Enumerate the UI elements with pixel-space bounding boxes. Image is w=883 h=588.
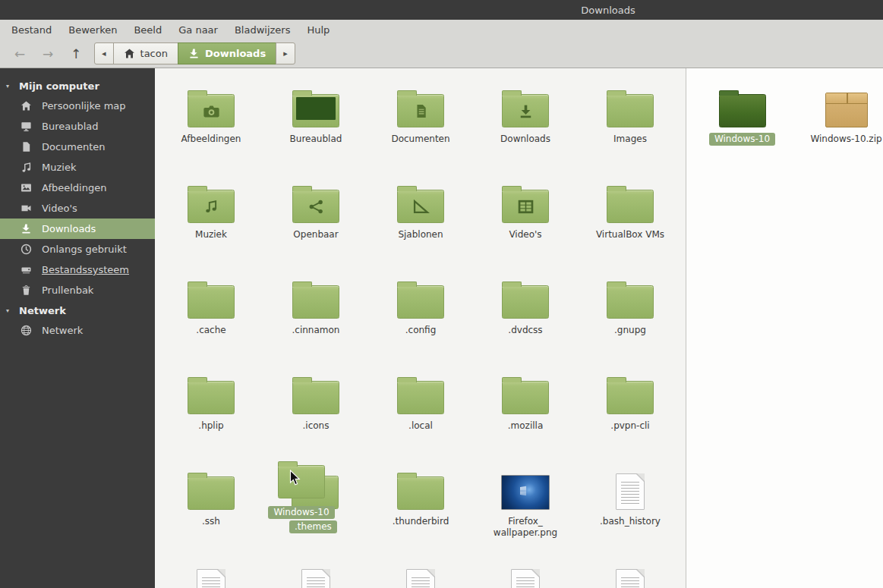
- menu-beeld[interactable]: Beeld: [125, 22, 170, 38]
- item-label: Windows-10: [709, 133, 775, 146]
- folder-bureaublad[interactable]: Bureaublad: [263, 79, 368, 175]
- folder-icon: [397, 285, 444, 319]
- file-unnamed[interactable]: [578, 557, 683, 588]
- camera-glyph-icon: [188, 95, 234, 127]
- folder-view-left[interactable]: AfbeeldingenBureaubladDocumentenDownload…: [155, 68, 686, 588]
- up-button[interactable]: ↑: [62, 42, 90, 65]
- item-label: .cache: [191, 324, 231, 337]
- folder-muziek[interactable]: Muziek: [159, 175, 263, 270]
- file-unnamed[interactable]: [368, 557, 473, 588]
- file-unnamed[interactable]: [473, 557, 578, 588]
- item-label: .gnupg: [609, 324, 651, 337]
- icon-grid-left: AfbeeldingenBureaubladDocumentenDownload…: [155, 68, 686, 588]
- folder-icon: [607, 190, 654, 223]
- folder-documenten[interactable]: Documenten: [368, 79, 473, 175]
- folder-local[interactable]: .local: [368, 366, 473, 461]
- screen-glyph-icon: [296, 97, 336, 120]
- folder-ssh[interactable]: .ssh: [159, 461, 263, 557]
- folder-hplip[interactable]: .hplip: [159, 366, 263, 461]
- folder-icons[interactable]: .icons: [263, 366, 368, 461]
- folder-cache[interactable]: .cache: [159, 270, 263, 366]
- item-label: .cinnamon: [287, 324, 345, 337]
- drag-item-label: Windows-10: [268, 506, 334, 519]
- folder-mozilla[interactable]: .mozilla: [473, 366, 578, 461]
- menu-hulp[interactable]: Hulp: [298, 22, 338, 38]
- item-label: VirtualBox VMs: [591, 228, 670, 241]
- arrow-up-icon: ↑: [71, 46, 81, 61]
- file-manager-window: Downloads BestandBewerkenBeeldGa naarBla…: [0, 0, 883, 588]
- item-label: Openbaar: [288, 228, 343, 241]
- menu-bestand[interactable]: Bestand: [3, 22, 60, 38]
- folder-images[interactable]: Images: [578, 79, 683, 175]
- item-label: .dvdcss: [503, 324, 547, 337]
- file-unnamed[interactable]: [159, 557, 263, 588]
- folder-afbeeldingen[interactable]: Afbeeldingen: [159, 79, 263, 175]
- drag-ghost: Windows-10: [265, 465, 338, 519]
- sidebar-section-mijn-computer[interactable]: ▾Mijn computer: [0, 76, 155, 96]
- forward-button[interactable]: →: [34, 42, 61, 65]
- folder-config[interactable]: .config: [368, 270, 473, 366]
- breadcrumb-tacon[interactable]: tacon: [113, 42, 178, 64]
- folder-pvpn-cli[interactable]: .pvpn-cli: [578, 366, 683, 461]
- folder-video-s[interactable]: Video's: [473, 175, 578, 270]
- folder-gnupg[interactable]: .gnupg: [578, 270, 683, 366]
- music-glyph-icon: [188, 190, 234, 222]
- back-button[interactable]: ←: [6, 42, 33, 65]
- document-glyph-icon: [398, 95, 443, 127]
- toolbar: ←→↑ ◂taconDownloads▸: [0, 39, 883, 68]
- item-label: .hplip: [193, 420, 229, 432]
- chevron-left-button[interactable]: ◂: [94, 42, 114, 64]
- titlebar[interactable]: Downloads: [0, 0, 883, 20]
- folder-icon: [502, 381, 549, 414]
- nav-buttons: ←→↑: [6, 42, 90, 65]
- text-file-icon: [301, 569, 330, 588]
- folder-thunderbird[interactable]: .thunderbird: [368, 461, 473, 557]
- sidebar-item-prullenbak[interactable]: Prullenbak: [0, 280, 155, 300]
- sidebar-item-netwerk[interactable]: Netwerk: [0, 320, 155, 341]
- folder-sjablonen[interactable]: Sjablonen: [368, 175, 473, 270]
- file-windows-10-zip[interactable]: Windows-10.zip: [794, 79, 883, 175]
- sidebar-item-video-s[interactable]: Video's: [0, 198, 155, 219]
- sidebar-item-bestandssysteem[interactable]: Bestandssysteem: [0, 259, 155, 280]
- sidebar-item-bureaublad[interactable]: Bureaublad: [0, 116, 155, 137]
- breadcrumb-downloads[interactable]: Downloads: [178, 42, 276, 64]
- folder-openbaar[interactable]: Openbaar: [263, 175, 368, 270]
- sidebar-item-onlangs-gebruikt[interactable]: Onlangs gebruikt: [0, 239, 155, 259]
- item-label: Afbeeldingen: [176, 133, 247, 146]
- image-icon: [20, 182, 32, 194]
- folder-icon: [607, 285, 654, 319]
- item-label: Video's: [503, 228, 547, 241]
- folder-icon: [502, 94, 549, 127]
- file-bash-history[interactable]: .bash_history: [578, 461, 683, 557]
- folder-view-right[interactable]: Windows-10Windows-10.zip: [686, 68, 883, 588]
- file-unnamed[interactable]: [263, 557, 368, 588]
- folder-icon: [292, 381, 339, 414]
- folder-cinnamon[interactable]: .cinnamon: [263, 270, 368, 366]
- folder-icon: [502, 285, 549, 319]
- folder-virtualbox-vms[interactable]: VirtualBox VMs: [578, 175, 683, 270]
- sidebar-item-muziek[interactable]: Muziek: [0, 157, 155, 178]
- folder-dvdcss[interactable]: .dvdcss: [473, 270, 578, 366]
- folder-icon: [397, 190, 444, 223]
- sidebar-section-netwerk[interactable]: ▾Netwerk: [0, 300, 155, 320]
- item-label: .bash_history: [594, 515, 666, 528]
- chevron-right-button[interactable]: ▸: [276, 42, 295, 64]
- desktop-icon: [20, 121, 32, 133]
- folder-downloads[interactable]: Downloads: [473, 79, 578, 175]
- folder-windows-10[interactable]: Windows-10: [690, 79, 794, 175]
- item-label: Downloads: [495, 133, 556, 146]
- file-firefox-wallpaper-png[interactable]: Firefox_ wallpaper.png: [473, 461, 578, 557]
- window-content: ▾Mijn computerPersoonlijke mapBureaublad…: [0, 68, 883, 588]
- sidebar-item-documenten[interactable]: Documenten: [0, 137, 155, 157]
- sidebar-item-persoonlijke-map[interactable]: Persoonlijke map: [0, 96, 155, 116]
- sidebar-item-downloads[interactable]: Downloads: [0, 219, 155, 239]
- menu-bewerken[interactable]: Bewerken: [60, 22, 125, 38]
- menu-ga-naar[interactable]: Ga naar: [170, 22, 226, 38]
- folder-icon: [292, 190, 339, 223]
- menu-bladwijzers[interactable]: Bladwijzers: [226, 22, 299, 38]
- folder-themes[interactable]: .themesWindows-10: [263, 461, 368, 557]
- text-file-icon: [616, 569, 645, 588]
- expander-triangle-icon: ▾: [6, 307, 19, 314]
- sidebar: ▾Mijn computerPersoonlijke mapBureaublad…: [0, 68, 155, 588]
- sidebar-item-afbeeldingen[interactable]: Afbeeldingen: [0, 178, 155, 198]
